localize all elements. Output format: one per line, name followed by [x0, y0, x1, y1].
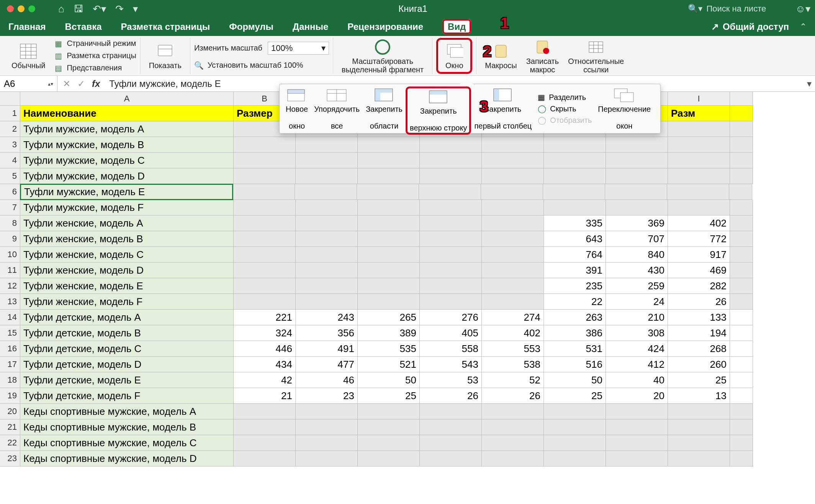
cell-B15[interactable]: 324	[234, 325, 296, 341]
cell-C8[interactable]	[296, 215, 358, 231]
expand-formula-bar-icon[interactable]: ▾	[804, 78, 815, 89]
cell-G21[interactable]	[544, 419, 606, 435]
cell-H18[interactable]: 40	[606, 372, 668, 388]
collapse-ribbon-icon[interactable]: ⌃	[800, 22, 807, 32]
cell-E21[interactable]	[420, 419, 482, 435]
cell-H14[interactable]: 210	[606, 310, 668, 325]
tab-home[interactable]: Главная	[8, 18, 46, 36]
cell-E13[interactable]	[420, 294, 482, 310]
cell-G3[interactable]	[544, 137, 606, 153]
row-header[interactable]: 12	[0, 278, 20, 294]
row-header[interactable]: 21	[0, 419, 20, 435]
cell-B23[interactable]	[234, 451, 296, 466]
cell-I21[interactable]	[668, 419, 730, 435]
cell-C12[interactable]	[296, 278, 358, 294]
cell-J22[interactable]	[730, 435, 753, 451]
maximize-window-button[interactable]	[28, 5, 35, 12]
cell-E10[interactable]	[420, 247, 482, 263]
cell-F11[interactable]	[482, 263, 544, 278]
cell-A14[interactable]: Туфли детские, модель A	[20, 310, 234, 325]
cell-G14[interactable]: 263	[544, 310, 606, 325]
cell-F13[interactable]	[482, 294, 544, 310]
cell-C3[interactable]	[296, 137, 358, 153]
cell-I6[interactable]	[667, 184, 729, 200]
cell-F4[interactable]	[482, 153, 544, 168]
cell-J9[interactable]	[730, 231, 753, 247]
cell-J3[interactable]	[730, 137, 753, 153]
cell-J4[interactable]	[730, 153, 753, 168]
tab-page-layout[interactable]: Разметка страницы	[121, 18, 210, 36]
cell-J23[interactable]	[730, 451, 753, 466]
cell-A3[interactable]: Туфли мужские, модель B	[20, 137, 234, 153]
cell-C13[interactable]	[296, 294, 358, 310]
freeze-top-row-button[interactable]: Закрепитьверхнюю строку	[406, 86, 471, 135]
share-button[interactable]: ↗ Общий доступ	[711, 21, 789, 32]
switch-windows-button[interactable]: Переключениеокон	[595, 86, 654, 131]
cell-A8[interactable]: Туфли женские, модель A	[20, 215, 234, 231]
col-header-A[interactable]: A	[20, 92, 234, 106]
cell-D22[interactable]	[358, 435, 420, 451]
cell-I4[interactable]	[668, 153, 730, 168]
show-button[interactable]: Показать	[144, 41, 186, 70]
tab-view[interactable]: Вид	[442, 19, 471, 34]
cell-I3[interactable]	[668, 137, 730, 153]
cell-D6[interactable]	[357, 184, 419, 200]
row-header[interactable]: 18	[0, 372, 20, 388]
cell-H21[interactable]	[606, 419, 668, 435]
cell-A9[interactable]: Туфли женские, модель B	[20, 231, 234, 247]
cell-C22[interactable]	[296, 435, 358, 451]
cell-J14[interactable]	[730, 310, 753, 325]
close-window-button[interactable]	[7, 5, 14, 12]
cell-J13[interactable]	[730, 294, 753, 310]
cell-D14[interactable]: 265	[358, 310, 420, 325]
cell-F18[interactable]: 52	[482, 372, 544, 388]
cell-H9[interactable]: 707	[606, 231, 668, 247]
cell-I14[interactable]: 133	[668, 310, 730, 325]
cell-E3[interactable]	[420, 137, 482, 153]
unhide-button[interactable]: ◯Отобразить	[538, 116, 592, 125]
cell-C23[interactable]	[296, 451, 358, 466]
cell-G11[interactable]: 391	[544, 263, 606, 278]
row-header[interactable]: 11	[0, 263, 20, 278]
cell-J11[interactable]	[730, 263, 753, 278]
row-header[interactable]: 8	[0, 215, 20, 231]
cell-G19[interactable]: 25	[544, 388, 606, 404]
cell-F12[interactable]	[482, 278, 544, 294]
cell-E7[interactable]	[420, 200, 482, 215]
row-header[interactable]: 5	[0, 168, 20, 184]
cell-B21[interactable]	[234, 419, 296, 435]
cell-B16[interactable]: 446	[234, 341, 296, 357]
cell-B18[interactable]: 42	[234, 372, 296, 388]
cell-H4[interactable]	[606, 153, 668, 168]
cell-E15[interactable]: 405	[420, 325, 482, 341]
cell-H5[interactable]	[606, 168, 668, 184]
cell-D10[interactable]	[358, 247, 420, 263]
cell-C19[interactable]: 23	[296, 388, 358, 404]
cell-I22[interactable]	[668, 435, 730, 451]
cell-J7[interactable]	[730, 200, 753, 215]
cell-B9[interactable]	[234, 231, 296, 247]
minimize-window-button[interactable]	[18, 5, 25, 12]
save-icon[interactable]: 🖫	[74, 3, 83, 15]
cell-G15[interactable]: 386	[544, 325, 606, 341]
cell-E22[interactable]	[420, 435, 482, 451]
cell-B17[interactable]: 434	[234, 357, 296, 372]
cell-I5[interactable]	[668, 168, 730, 184]
cell-G8[interactable]: 335	[544, 215, 606, 231]
cell-B7[interactable]	[234, 200, 296, 215]
cancel-icon[interactable]: ✕	[63, 78, 70, 89]
cell-B6[interactable]	[233, 184, 295, 200]
zoom-100-button[interactable]: 🔍 Установить масштаб 100%	[194, 61, 303, 70]
row-header[interactable]: 9	[0, 231, 20, 247]
cell-I19[interactable]: 13	[668, 388, 730, 404]
cell-C5[interactable]	[296, 168, 358, 184]
cell-A11[interactable]: Туфли женские, модель D	[20, 263, 234, 278]
freeze-panes-button[interactable]: Закрепитьобласти	[363, 86, 406, 131]
cell-C11[interactable]	[296, 263, 358, 278]
cell-F15[interactable]: 402	[482, 325, 544, 341]
cell-J8[interactable]	[730, 215, 753, 231]
cell-D23[interactable]	[358, 451, 420, 466]
feedback-icon[interactable]: ☺▾	[795, 3, 810, 15]
cell-F19[interactable]: 26	[482, 388, 544, 404]
cell-I18[interactable]: 25	[668, 372, 730, 388]
